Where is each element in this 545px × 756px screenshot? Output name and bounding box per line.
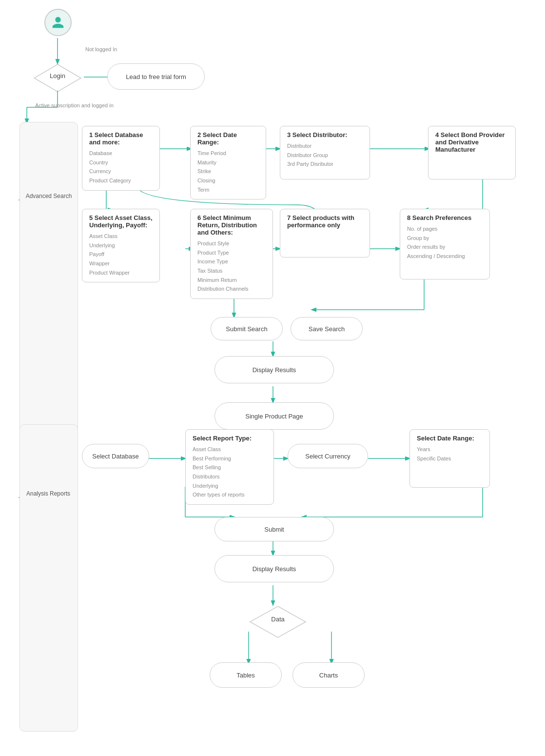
advanced-search-container [19,122,78,444]
step6-items: Product StyleProduct TypeIncome TypeTax … [197,239,266,294]
display-results-1[interactable]: Display Results [214,356,334,383]
step3-box: 3 Select Distributor: DistributorDistrib… [280,126,370,179]
date-range-items: YearsSpecific Dates [417,445,483,463]
tables-node[interactable]: Tables [210,662,282,688]
step6-box: 6 Select Minimum Return, Distribution an… [190,209,273,299]
select-date-range-analysis-box: Select Date Range: YearsSpecific Dates [409,429,490,488]
report-type-items: Asset ClassBest PerformingBest SellingDi… [193,445,267,499]
lead-form-box: Lead to free trial form [107,63,205,90]
step5-items: Asset ClassUnderlyingPayoffWrapperProduc… [89,232,153,277]
analysis-reports-container [19,424,78,732]
step8-box: 8 Search Preferences No. of pagesGroup b… [400,209,490,279]
save-search-button[interactable]: Save Search [291,317,363,340]
step5-box: 5 Select Asset Class, Underlying, Payoff… [82,209,160,282]
step2-items: Time PeriodMaturityStrikeClosingTerm [197,149,259,194]
step1-items: DatabaseCountryCurrencyProduct Category [89,149,153,185]
data-label: Data [249,616,307,623]
submit-analysis-button[interactable]: Submit [214,517,334,541]
advanced-search-label: Advanced Search [24,193,73,199]
active-subscription-label: Active subscription and logged in [35,102,114,108]
submit-search-button[interactable]: Submit Search [211,317,283,340]
step8-items: No. of pagesGroup byOrder results byAsce… [407,224,483,261]
single-product-page[interactable]: Single Product Page [214,402,334,430]
step2-box: 2 Select Date Range: Time PeriodMaturity… [190,126,266,199]
step3-items: DistributorDistributor Group3rd Party Di… [287,141,363,169]
step1-box: 1 Select Database and more: DatabaseCoun… [82,126,160,191]
data-diamond: Data [249,605,307,639]
display-results-2[interactable]: Display Results [214,555,334,582]
user-icon [44,9,72,36]
select-report-type-box: Select Report Type: Asset ClassBest Perf… [185,429,274,505]
charts-node[interactable]: Charts [292,662,365,688]
login-label: Login [33,72,82,80]
step7-box: 7 Select products with performance only [280,209,370,258]
step4-box: 4 Select Bond Provider and Derivative Ma… [428,126,516,179]
not-logged-in-label: Not logged In [85,46,117,52]
select-currency[interactable]: Select Currency [288,444,368,468]
login-diamond: Login [33,63,82,93]
select-database-analysis[interactable]: Select Database [82,444,149,468]
analysis-reports-label: Analysis Reports [21,490,75,497]
